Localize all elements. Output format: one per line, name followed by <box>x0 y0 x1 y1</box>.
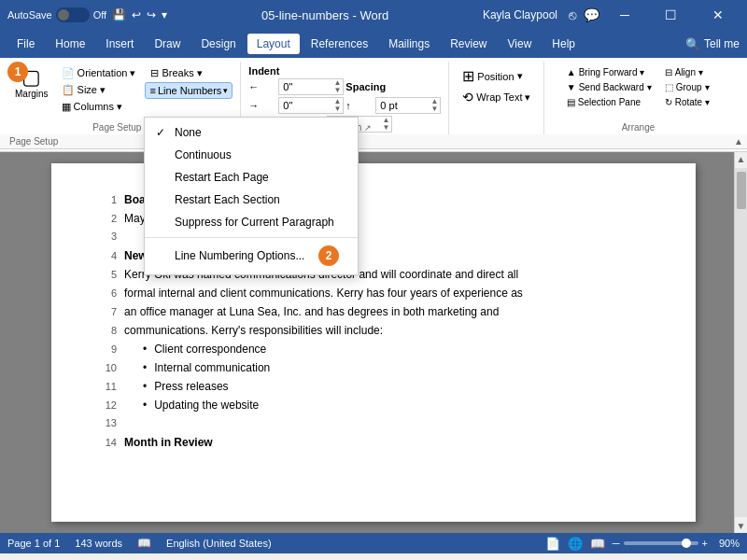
spacing-before-down[interactable]: ▼ <box>430 105 438 113</box>
indent-right-down[interactable]: ▼ <box>333 105 341 113</box>
columns-button[interactable]: ▦ Columns ▾ <box>56 99 142 115</box>
document-line: 9Client correspondence <box>98 341 640 359</box>
bring-forward-button[interactable]: ▲ Bring Forward ▾ <box>561 65 657 79</box>
title-bar: AutoSave Off 💾 ↩ ↪ ▾ 05-line-numbers - W… <box>0 0 747 30</box>
send-backward-button[interactable]: ▼ Send Backward ▾ <box>561 80 657 94</box>
word-count: 143 words <box>75 538 122 549</box>
spacing-before-label: ↑ <box>345 100 374 111</box>
menu-review[interactable]: Review <box>441 34 496 54</box>
bring-forward-icon: ▲ <box>567 67 576 77</box>
align-button[interactable]: ⊟ Align ▾ <box>659 65 715 79</box>
document-line: 10Internal communication <box>98 359 640 378</box>
restart-each-page-label: Restart Each Page <box>175 171 269 184</box>
size-button[interactable]: 📋 Size ▾ <box>56 82 142 98</box>
user-name: Kayla Claypool <box>483 8 557 21</box>
breaks-icon: ⊟ <box>150 67 159 79</box>
bring-forward-label: Bring Forward <box>579 67 638 77</box>
line-number: 7 <box>98 304 117 321</box>
document-line: 12Updating the website <box>98 397 640 415</box>
scroll-track[interactable] <box>735 168 747 517</box>
ribbon-collapse[interactable]: ▲ <box>734 136 743 147</box>
view-read-icon[interactable]: 📖 <box>590 537 605 551</box>
menu-view[interactable]: View <box>499 34 542 54</box>
save-icon[interactable]: 💾 <box>112 8 126 21</box>
wrap-text-icon: ⟲ <box>462 90 473 105</box>
menu-help[interactable]: Help <box>543 34 585 54</box>
line-numbers-dropdown: ✓ None Continuous Restart Each Page Rest… <box>144 117 359 275</box>
selection-pane-button[interactable]: ▤ Selection Pane <box>561 95 657 109</box>
dropdown-suppress-current[interactable]: Suppress for Current Paragraph <box>145 211 358 233</box>
group-icon: ⬚ <box>665 82 673 92</box>
zoom-minus-button[interactable]: ─ <box>613 538 620 549</box>
menu-file[interactable]: File <box>7 34 44 54</box>
size-icon: 📋 <box>62 84 75 96</box>
language: English (United States) <box>166 538 272 549</box>
selection-pane-label: Selection Pane <box>578 97 641 107</box>
dropdown-restart-each-page[interactable]: Restart Each Page <box>145 166 358 189</box>
badge-2: 2 <box>318 245 339 266</box>
restore-button[interactable]: ☐ <box>650 0 693 30</box>
arrange-group: ▲ Bring Forward ▾ ▼ Send Backward ▾ ▤ Se… <box>544 62 731 134</box>
comments-icon[interactable]: 💬 <box>584 7 599 22</box>
ribbon-bottom-bar: Page Setup ▲ <box>0 134 747 149</box>
search-icon[interactable]: 🔍 <box>685 37 700 51</box>
zoom-level[interactable]: 90% <box>712 538 740 549</box>
menu-design[interactable]: Design <box>191 34 245 54</box>
menu-layout[interactable]: Layout <box>247 34 300 54</box>
vertical-scrollbar[interactable]: ▲ ▼ <box>734 152 747 533</box>
dropdown-restart-each-section[interactable]: Restart Each Section <box>145 189 358 211</box>
dropdown-line-numbering-options[interactable]: Line Numbering Options... 2 <box>145 237 358 271</box>
customize-toolbar[interactable]: ▾ <box>162 8 167 21</box>
breaks-button[interactable]: ⊟ Breaks ▾ <box>145 65 233 81</box>
margins-button[interactable]: 1 ▢ Margins <box>11 65 52 101</box>
tell-me-label[interactable]: Tell me <box>704 37 740 51</box>
line-number: 10 <box>98 360 117 377</box>
line-numbering-options-label: Line Numbering Options... <box>175 249 304 262</box>
orientation-button[interactable]: 📄 Orientation ▾ <box>56 65 142 81</box>
scroll-thumb[interactable] <box>737 172 746 209</box>
share-icon[interactable]: ⎋ <box>569 7 576 22</box>
continuous-label: Continuous <box>175 148 232 161</box>
line-number: 12 <box>98 398 117 414</box>
view-web-icon[interactable]: 🌐 <box>568 537 583 551</box>
arrange-label: Arrange <box>544 122 731 133</box>
wrap-text-button[interactable]: ⟲ Wrap Text ▾ <box>457 88 536 106</box>
autosave-toggle[interactable] <box>56 7 90 22</box>
dropdown-none[interactable]: ✓ None <box>145 121 358 144</box>
document-line: 7an office manager at Luna Sea, Inc. and… <box>98 303 640 322</box>
group-label: Group <box>676 82 702 92</box>
line-text: Client correspondence <box>124 341 266 358</box>
group-button[interactable]: ⬚ Group ▾ <box>659 80 715 94</box>
menu-draw[interactable]: Draw <box>145 34 190 54</box>
undo-icon[interactable]: ↩ <box>132 8 141 21</box>
redo-icon[interactable]: ↪ <box>147 8 156 21</box>
line-numbers-label: Line Numbers <box>158 85 221 96</box>
orientation-icon: 📄 <box>62 67 75 79</box>
indent-right-spinbox[interactable]: 0" ▲▼ <box>278 97 344 114</box>
line-numbers-button[interactable]: ≡ Line Numbers ▾ <box>145 82 233 99</box>
zoom-plus-button[interactable]: + <box>702 538 708 549</box>
page-setup-tab-label[interactable]: Page Setup <box>4 136 63 147</box>
menu-mailings[interactable]: Mailings <box>379 34 439 54</box>
menu-home[interactable]: Home <box>46 34 94 54</box>
zoom-thumb[interactable] <box>682 539 691 548</box>
menu-insert[interactable]: Insert <box>96 34 143 54</box>
minimize-button[interactable]: ─ <box>603 0 646 30</box>
close-button[interactable]: ✕ <box>697 0 740 30</box>
spacing-label: Spacing <box>345 81 374 92</box>
proofing-icon: 📖 <box>137 537 151 550</box>
indent-left-spinbox[interactable]: 0" ▲▼ <box>278 78 344 95</box>
dropdown-continuous[interactable]: Continuous <box>145 144 358 166</box>
spacing-before-spinbox[interactable]: 0 pt ▲▼ <box>375 97 441 114</box>
indent-left-down[interactable]: ▼ <box>333 87 341 94</box>
line-text: Month in Review <box>124 434 213 452</box>
scroll-up-button[interactable]: ▲ <box>735 152 747 166</box>
menu-references[interactable]: References <box>302 34 377 54</box>
line-number: 2 <box>98 211 117 228</box>
rotate-button[interactable]: ↻ Rotate ▾ <box>659 95 715 109</box>
zoom-slider[interactable] <box>624 541 698 545</box>
position-button[interactable]: ⊞ Position ▾ <box>457 65 536 87</box>
paragraph-expand[interactable]: ↗ <box>364 123 372 133</box>
scroll-down-button[interactable]: ▼ <box>735 519 747 533</box>
view-normal-icon[interactable]: 📄 <box>545 537 560 551</box>
